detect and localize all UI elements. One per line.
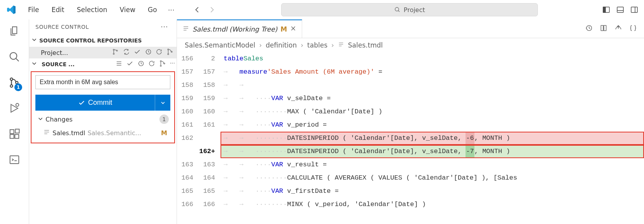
svg-point-23 xyxy=(168,49,169,50)
terminal-icon[interactable] xyxy=(7,153,21,167)
svg-line-9 xyxy=(16,58,19,62)
toggle-secondary-sidebar-icon[interactable] xyxy=(630,5,639,14)
section-source-control[interactable]: SOURCE ... ··· xyxy=(29,58,177,70)
gutter-new: 2 157 158 159 160 161 162+ 163 164 165 1… xyxy=(196,52,220,224)
tab-modified-badge: M xyxy=(280,25,287,33)
breadcrumb-part[interactable]: Sales.SemanticModel xyxy=(185,41,255,49)
vscode-logo-icon xyxy=(6,5,16,15)
commit-dropdown-button[interactable] xyxy=(155,95,170,111)
menu-file[interactable]: File xyxy=(23,4,44,16)
nav-forward-icon[interactable] xyxy=(206,4,217,15)
menu-go[interactable]: Go xyxy=(142,4,163,16)
menu-selection[interactable]: Selection xyxy=(71,4,112,16)
command-center-text: Project xyxy=(404,6,425,14)
svg-rect-3 xyxy=(603,7,606,12)
svg-rect-6 xyxy=(631,7,637,12)
menu-overflow-icon[interactable]: ··· xyxy=(164,4,178,16)
upload-icon[interactable] xyxy=(614,24,622,33)
svg-point-13 xyxy=(16,104,19,107)
commit-button[interactable]: Commit xyxy=(35,95,155,111)
changed-file-path: Sales.Semantic... xyxy=(88,129,159,137)
more-icon[interactable]: ··· xyxy=(170,60,175,68)
menu-view[interactable]: View xyxy=(114,4,141,16)
changes-label: Changes xyxy=(44,116,159,123)
toggle-panel-icon[interactable] xyxy=(616,5,625,14)
chevron-down-icon xyxy=(37,115,44,123)
search-icon xyxy=(394,7,401,13)
commit-message-input[interactable] xyxy=(35,75,170,89)
compare-icon[interactable] xyxy=(600,24,607,33)
gutter-old: 156 157 158 159 160 161 162 163 164 165 … xyxy=(177,52,196,224)
layout-controls xyxy=(602,5,639,14)
tab-sales-tmdl[interactable]: Sales.tmdl (Working Tree) M xyxy=(177,19,302,38)
changes-section[interactable]: Changes 1 xyxy=(35,111,170,126)
nav-back-icon[interactable] xyxy=(192,4,203,15)
editor-actions xyxy=(585,24,644,33)
svg-point-11 xyxy=(10,85,12,87)
tab-file-icon xyxy=(182,25,189,34)
section-sc-label: SOURCE ... xyxy=(42,61,113,67)
timeline-icon[interactable] xyxy=(585,24,593,33)
repo-row[interactable]: Project... xyxy=(29,47,177,58)
tab-close-icon[interactable] xyxy=(290,25,296,33)
command-center-input[interactable]: Project xyxy=(281,3,538,16)
svg-rect-43 xyxy=(604,25,606,30)
commit-check-icon[interactable] xyxy=(126,60,133,68)
search-icon[interactable] xyxy=(7,50,21,64)
tab-bar: Sales.tmdl (Working Tree) M xyxy=(177,19,644,38)
run-debug-icon[interactable] xyxy=(7,101,21,115)
graph-icon[interactable] xyxy=(159,60,166,68)
toggle-primary-sidebar-icon[interactable] xyxy=(602,5,611,14)
view-as-tree-icon[interactable] xyxy=(116,60,122,68)
svg-point-19 xyxy=(113,49,114,50)
file-icon xyxy=(338,41,344,49)
sync-icon[interactable] xyxy=(123,48,130,57)
source-control-icon[interactable]: 1 xyxy=(7,76,21,90)
changed-file-name: Sales.tmdl xyxy=(52,129,85,137)
history-icon[interactable] xyxy=(137,60,144,68)
svg-point-0 xyxy=(395,7,399,11)
chevron-right-icon: › xyxy=(259,41,262,49)
menu-edit[interactable]: Edit xyxy=(46,4,70,16)
branch-icon[interactable] xyxy=(112,48,119,57)
code-editor[interactable]: 156 157 158 159 160 161 162 163 164 165 … xyxy=(177,52,644,224)
nav-arrows xyxy=(192,4,217,15)
svg-point-31 xyxy=(160,65,161,67)
refresh-icon[interactable] xyxy=(156,48,163,57)
history-icon[interactable] xyxy=(145,48,152,57)
section-repos-label: SOURCE CONTROL REPOSITORIES xyxy=(39,37,142,44)
svg-point-10 xyxy=(10,78,12,80)
check-icon[interactable] xyxy=(134,48,141,57)
extensions-icon[interactable] xyxy=(7,127,21,141)
svg-point-20 xyxy=(113,53,114,55)
sidebar-header-more-icon[interactable]: ··· xyxy=(158,23,170,31)
command-center: Project xyxy=(227,3,593,16)
chevron-right-icon: › xyxy=(331,41,334,49)
breadcrumb-part[interactable]: definition xyxy=(266,41,297,49)
svg-point-24 xyxy=(168,54,169,55)
explorer-icon[interactable] xyxy=(7,24,21,38)
code-content[interactable]: table Sales → measure 'Sales Amount (6M … xyxy=(220,52,644,224)
check-icon xyxy=(78,99,85,106)
svg-point-30 xyxy=(160,61,161,62)
chevron-down-icon xyxy=(31,60,38,68)
breadcrumb-part[interactable]: tables xyxy=(307,41,327,49)
breadcrumb-part[interactable]: Sales.tmdl xyxy=(348,41,383,49)
chevron-down-icon xyxy=(31,36,38,44)
breadcrumb[interactable]: Sales.SemanticModel › definition › table… xyxy=(177,38,644,52)
changes-count-badge: 1 xyxy=(159,115,169,124)
activity-bar: 1 xyxy=(0,19,29,224)
sidebar-title: SOURCE CONTROL xyxy=(35,24,89,30)
file-icon xyxy=(43,129,50,137)
refresh-icon[interactable] xyxy=(148,60,155,68)
sc-actions: ··· xyxy=(116,60,175,68)
braces-icon[interactable] xyxy=(629,24,637,33)
section-repositories[interactable]: SOURCE CONTROL REPOSITORIES xyxy=(29,34,177,47)
svg-point-8 xyxy=(10,53,17,60)
titlebar: File Edit Selection View Go ··· Project xyxy=(0,0,644,19)
svg-rect-18 xyxy=(10,156,19,164)
graph-icon[interactable] xyxy=(166,48,173,57)
svg-rect-15 xyxy=(10,134,14,138)
changed-file-row[interactable]: Sales.tmdl Sales.Semantic... M xyxy=(35,126,170,139)
svg-rect-4 xyxy=(617,7,623,12)
